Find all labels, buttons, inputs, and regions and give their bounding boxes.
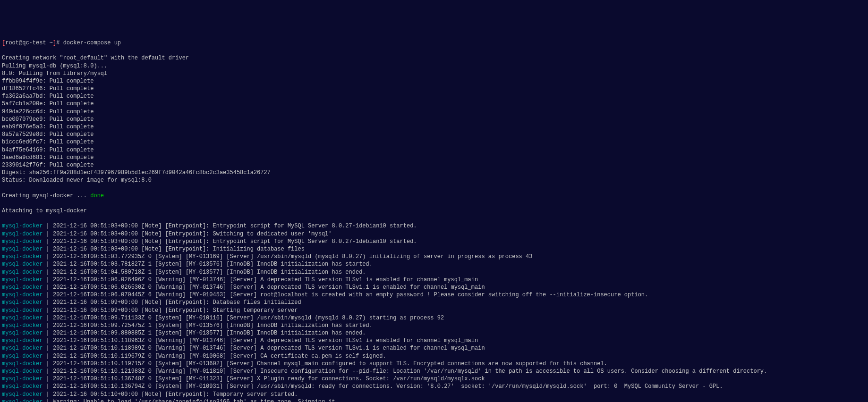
pipe-separator: |	[43, 368, 49, 375]
log-line: mysql-docker | 2021-12-16 00:51:03+00:00…	[2, 222, 866, 230]
log-line: mysql-docker | 2021-12-16 00:51:03+00:00…	[2, 238, 866, 245]
container-prefix: mysql-docker	[2, 399, 43, 402]
pipe-separator: |	[43, 284, 49, 291]
pipe-separator: |	[43, 261, 49, 268]
log-line: mysql-docker | 2021-12-16T00:51:09.72547…	[2, 322, 866, 329]
log-message: 2021-12-16T00:51:10.118989Z 0 [Warning] …	[50, 345, 485, 352]
pipe-separator: |	[43, 253, 49, 260]
container-prefix: mysql-docker	[2, 337, 43, 344]
setup-line: Status: Downloaded newer image for mysql…	[2, 176, 866, 184]
log-message: 2021-12-16T00:51:06.026530Z 0 [Warning] …	[50, 284, 485, 291]
log-message: 2021-12-16 00:51:10+00:00 [Note] [Entryp…	[50, 391, 298, 398]
setup-line: ffbb094f4f9e: Pull complete	[2, 77, 866, 85]
setup-line: df186527fc46: Pull complete	[2, 85, 866, 92]
pipe-separator: |	[43, 376, 49, 382]
done-status: done	[90, 193, 104, 199]
pipe-separator: |	[43, 238, 49, 245]
log-message: 2021-12-16T00:51:04.580718Z 1 [System] […	[50, 269, 366, 276]
log-message: 2021-12-16 00:51:09+00:00 [Note] [Entryp…	[50, 307, 298, 314]
log-line: mysql-docker | 2021-12-16 00:51:10+00:00…	[2, 391, 866, 398]
setup-line: Creating network "root_default" with the…	[2, 54, 866, 62]
log-line: mysql-docker | 2021-12-16 00:51:03+00:00…	[2, 245, 866, 253]
log-message: 2021-12-16T00:51:10.119679Z 0 [Warning] …	[50, 353, 386, 360]
container-prefix: mysql-docker	[2, 299, 43, 306]
log-message: 2021-12-16 00:51:03+00:00 [Note] [Entryp…	[50, 223, 417, 229]
container-prefix: mysql-docker	[2, 330, 43, 336]
container-prefix: mysql-docker	[2, 276, 43, 283]
container-prefix: mysql-docker	[2, 345, 43, 352]
log-message: 2021-12-16 00:51:03+00:00 [Note] [Entryp…	[50, 231, 332, 237]
setup-line: 5af7cb1a200e: Pull complete	[2, 100, 866, 108]
log-line: mysql-docker | 2021-12-16T00:51:03.77293…	[2, 253, 866, 260]
container-prefix: mysql-docker	[2, 292, 43, 298]
container-prefix: mysql-docker	[2, 223, 43, 229]
log-line: mysql-docker | 2021-12-16T00:51:06.07044…	[2, 291, 866, 299]
container-prefix: mysql-docker	[2, 360, 43, 367]
pipe-separator: |	[43, 307, 49, 314]
pipe-separator: |	[43, 269, 49, 276]
log-line: mysql-docker | 2021-12-16T00:51:06.02653…	[2, 284, 866, 291]
container-prefix: mysql-docker	[2, 383, 43, 390]
pipe-separator: |	[43, 353, 49, 360]
log-message: 2021-12-16T00:51:03.781827Z 1 [System] […	[50, 261, 373, 268]
container-prefix: mysql-docker	[2, 261, 43, 268]
prompt-hash: #	[56, 40, 63, 46]
pipe-separator: |	[43, 345, 49, 352]
container-prefix: mysql-docker	[2, 238, 43, 245]
container-prefix: mysql-docker	[2, 269, 43, 276]
setup-line: b1ccc6ed6fc7: Pull complete	[2, 138, 866, 146]
log-message: 2021-12-16 00:51:09+00:00 [Note] [Entryp…	[50, 299, 301, 306]
container-prefix: mysql-docker	[2, 322, 43, 329]
pipe-separator: |	[43, 299, 49, 306]
log-line: mysql-docker | 2021-12-16 00:51:03+00:00…	[2, 230, 866, 238]
setup-line: Pulling mysql-db (mysql:8.0)...	[2, 62, 866, 70]
creating-line: Creating mysql-docker ... done	[2, 192, 866, 200]
container-prefix: mysql-docker	[2, 253, 43, 260]
setup-line: bce007079ee9: Pull complete	[2, 116, 866, 123]
log-line: mysql-docker | 2021-12-16T00:51:04.58071…	[2, 268, 866, 276]
setup-line: Digest: sha256:ff9a288d1ecf4397967989b5d…	[2, 169, 866, 176]
log-line: mysql-docker | 2021-12-16T00:51:10.13679…	[2, 383, 866, 390]
pipe-separator: |	[43, 391, 49, 398]
log-line: mysql-docker | 2021-12-16T00:51:10.13674…	[2, 375, 866, 383]
pipe-separator: |	[43, 330, 49, 336]
pipe-separator: |	[43, 276, 49, 283]
log-line: mysql-docker | 2021-12-16 00:51:09+00:00…	[2, 307, 866, 314]
container-prefix: mysql-docker	[2, 246, 43, 252]
setup-line: eab9f076e5a3: Pull complete	[2, 123, 866, 131]
pipe-separator: |	[43, 399, 49, 402]
log-line: mysql-docker | 2021-12-16 00:51:09+00:00…	[2, 299, 866, 306]
pipe-separator: |	[43, 322, 49, 329]
terminal-output[interactable]: [root@qc-test ~]# docker-compose up Crea…	[0, 31, 868, 402]
log-line: mysql-docker | 2021-12-16T00:51:09.71113…	[2, 314, 866, 322]
log-line: mysql-docker | 2021-12-16T00:51:10.11896…	[2, 337, 866, 344]
pipe-separator: |	[43, 231, 49, 237]
log-line: mysql-docker | Warning: Unable to load '…	[2, 398, 866, 402]
log-message: 2021-12-16T00:51:03.772935Z 0 [System] […	[50, 253, 533, 260]
setup-line: 8a57a7529e8d: Pull complete	[2, 131, 866, 138]
pipe-separator: |	[43, 383, 49, 390]
log-line: mysql-docker | 2021-12-16T00:51:10.12198…	[2, 368, 866, 375]
container-prefix: mysql-docker	[2, 307, 43, 314]
container-prefix: mysql-docker	[2, 284, 43, 291]
log-message: 2021-12-16T00:51:09.711133Z 0 [System] […	[50, 315, 444, 321]
log-message: 2021-12-16T00:51:06.026496Z 0 [Warning] …	[50, 276, 478, 283]
prompt-path: ~	[50, 40, 53, 46]
log-line: mysql-docker | 2021-12-16T00:51:10.11971…	[2, 360, 866, 368]
log-message: 2021-12-16T00:51:09.880885Z 1 [System] […	[50, 330, 366, 336]
setup-line: 23390142f76f: Pull complete	[2, 161, 866, 169]
log-line: mysql-docker | 2021-12-16T00:51:10.11898…	[2, 344, 866, 352]
pipe-separator: |	[43, 360, 49, 367]
pipe-separator: |	[43, 246, 49, 252]
creating-text: Creating mysql-docker ...	[2, 193, 90, 199]
log-message: 2021-12-16T00:51:10.136794Z 0 [System] […	[50, 383, 723, 390]
log-message: 2021-12-16T00:51:10.119715Z 0 [System] […	[50, 360, 607, 367]
log-line: mysql-docker | 2021-12-16T00:51:10.11967…	[2, 352, 866, 360]
setup-output: Creating network "root_default" with the…	[2, 54, 866, 184]
attaching-line: Attaching to mysql-docker	[2, 207, 866, 215]
log-message: 2021-12-16 00:51:03+00:00 [Note] [Entryp…	[50, 246, 305, 252]
container-prefix: mysql-docker	[2, 353, 43, 360]
setup-line: 949da226cc6d: Pull complete	[2, 108, 866, 116]
log-line: mysql-docker | 2021-12-16T00:51:03.78182…	[2, 260, 866, 268]
container-prefix: mysql-docker	[2, 391, 43, 398]
